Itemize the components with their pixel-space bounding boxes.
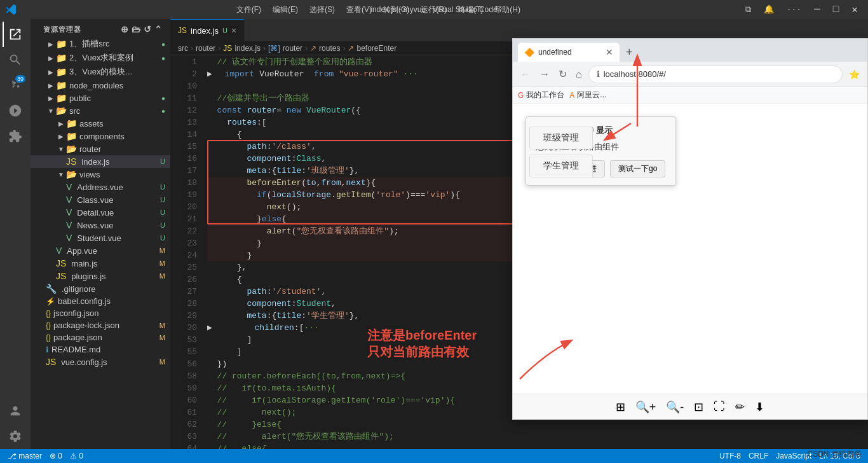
new-file-icon[interactable]: ⊕ bbox=[121, 24, 129, 34]
tab-close-button[interactable]: × bbox=[231, 25, 236, 36]
sidebar-label: .gitignore bbox=[62, 284, 170, 294]
browser-zoom-in[interactable]: 🔍+ bbox=[635, 400, 656, 414]
tab-index-js[interactable]: JS index.js U × bbox=[170, 19, 245, 41]
sidebar-item-readme[interactable]: ℹ README.md bbox=[31, 343, 170, 356]
activity-bar: 39 bbox=[0, 19, 31, 449]
minimize-button[interactable]: ─ bbox=[809, 3, 825, 17]
bookmarks-button[interactable]: ⭐ bbox=[846, 67, 862, 82]
browser-grid-icon[interactable]: ⊞ bbox=[616, 400, 625, 414]
close-button[interactable]: ✕ bbox=[846, 2, 863, 17]
modified-badge: U bbox=[160, 158, 170, 165]
url-bar[interactable]: ℹ localhost:8080/#/ bbox=[588, 66, 843, 83]
activity-search[interactable] bbox=[3, 47, 28, 73]
collapse-icon[interactable]: ⌃ bbox=[154, 24, 163, 34]
browser-download-icon[interactable]: ⬇ bbox=[755, 400, 764, 414]
sidebar-item-assets[interactable]: ▶ 📁 assets bbox=[31, 117, 170, 130]
sidebar-item-src[interactable]: ▼ 📂 src ● bbox=[31, 104, 170, 117]
bookmark-label: 阿里云... bbox=[577, 90, 606, 100]
forward-button[interactable]: → bbox=[537, 66, 552, 83]
sidebar-item-views[interactable]: ▼ 📂 views bbox=[31, 168, 170, 181]
sidebar-label: components bbox=[79, 132, 170, 141]
sidebar-item-main-js[interactable]: JS main.js M bbox=[31, 257, 170, 270]
browser-edit-icon[interactable]: ✏ bbox=[735, 400, 745, 414]
activity-account[interactable] bbox=[3, 398, 28, 424]
folder-icon: 📁 bbox=[56, 53, 67, 63]
bookmark-workspace[interactable]: G 我的工作台 bbox=[518, 90, 564, 100]
sidebar-item-node-modules[interactable]: ▶ 📁 node_modules bbox=[31, 79, 170, 92]
sidebar-item-plugins-js[interactable]: JS plugins.js M bbox=[31, 270, 170, 282]
sidebar-actions: ⊕ 🗁 ↺ ⌃ bbox=[121, 24, 163, 34]
activity-extensions[interactable] bbox=[3, 123, 28, 149]
more-icon[interactable]: ··· bbox=[782, 4, 806, 16]
sidebar-item-gitignore[interactable]: 🔧 .gitignore bbox=[31, 282, 170, 295]
notification-icon[interactable]: 🔔 bbox=[759, 3, 779, 16]
back-button[interactable]: ← bbox=[518, 66, 533, 83]
tab-file-icon: JS bbox=[178, 26, 187, 35]
activity-source-control[interactable]: 39 bbox=[3, 73, 28, 98]
sidebar-item-detail-vue[interactable]: V Detail.vue U bbox=[31, 206, 170, 219]
git-branch[interactable]: ⎇ master bbox=[8, 452, 42, 460]
refresh-icon[interactable]: ↺ bbox=[144, 24, 152, 34]
browser-tab-close[interactable]: ✕ bbox=[606, 47, 613, 57]
encoding[interactable]: UTF-8 bbox=[719, 452, 741, 460]
reload-button[interactable]: ↻ bbox=[556, 66, 569, 83]
line-numbers: 1 2 10 11 12 13 14 15 16 17 18 19 20 21 … bbox=[170, 55, 202, 449]
sidebar-item-class-vue[interactable]: V Class.vue U bbox=[31, 193, 170, 206]
bookmark-aliyun[interactable]: A 阿里云... bbox=[569, 90, 606, 100]
breadcrumb-src[interactable]: src bbox=[178, 44, 188, 53]
sidebar-item-student-vue[interactable]: V Student.vue U bbox=[31, 232, 170, 244]
layout-icon[interactable]: ⧉ bbox=[740, 4, 756, 16]
folder-open-icon: 📂 bbox=[66, 169, 77, 179]
student-management-button[interactable]: 学生管理 bbox=[529, 155, 593, 177]
breadcrumb-before-enter[interactable]: beforeEnter bbox=[356, 44, 397, 53]
breadcrumb-index-js[interactable]: index.js bbox=[234, 44, 261, 53]
sidebar-item-vuex-module[interactable]: ▶ 📁 3、Vuex的模块... bbox=[31, 65, 170, 79]
sidebar-label: vue.config.js bbox=[61, 357, 159, 367]
new-tab-button[interactable]: + bbox=[621, 46, 638, 59]
dot-badge: ● bbox=[161, 41, 170, 48]
class-management-button[interactable]: 班级管理 bbox=[529, 127, 593, 149]
arrow-icon: ▼ bbox=[56, 146, 66, 153]
sidebar-label: 1、插槽src bbox=[69, 38, 161, 50]
arrow-icon: ▶ bbox=[56, 133, 66, 140]
activity-explorer[interactable] bbox=[3, 22, 28, 47]
new-folder-icon[interactable]: 🗁 bbox=[132, 24, 141, 34]
sidebar-item-package-lock[interactable]: {} package-lock.json M bbox=[31, 319, 170, 331]
browser-zoom-out[interactable]: 🔍- bbox=[666, 400, 684, 414]
browser-fit-icon[interactable]: ⊡ bbox=[694, 400, 703, 414]
sidebar-item-babel-config[interactable]: ⚡ babel.config.js bbox=[31, 295, 170, 307]
folder-icon: 📁 bbox=[56, 80, 67, 90]
breadcrumb-router2[interactable]: router bbox=[283, 44, 302, 53]
browser-tab-undefined[interactable]: 🔶 undefined ✕ bbox=[518, 43, 620, 62]
sidebar-item-public[interactable]: ▶ 📁 public ● bbox=[31, 92, 170, 104]
sidebar-label: News.vue bbox=[77, 221, 160, 230]
sidebar-item-news-vue[interactable]: V News.vue U bbox=[31, 219, 170, 232]
sidebar-item-components[interactable]: ▶ 📁 components bbox=[31, 130, 170, 142]
vue-file-icon: V bbox=[56, 245, 62, 256]
warning-count[interactable]: ⚠ 0 bbox=[70, 452, 83, 460]
sidebar-item-vuex-case[interactable]: ▶ 📁 2、Vuex求和案例 ● bbox=[31, 51, 170, 65]
maximize-button[interactable]: □ bbox=[828, 3, 844, 17]
folder-open-icon: 📂 bbox=[66, 144, 77, 154]
sidebar-item-index-js[interactable]: JS index.js U bbox=[31, 155, 170, 168]
home-button[interactable]: ⌂ bbox=[573, 66, 585, 83]
line-ending[interactable]: CRLF bbox=[749, 452, 768, 460]
breadcrumb-router[interactable]: router bbox=[196, 44, 215, 53]
browser-fullscreen[interactable]: ⛶ bbox=[714, 400, 725, 413]
breadcrumb-routes[interactable]: routes bbox=[319, 44, 340, 53]
sidebar-item-plugins-src[interactable]: ▶ 📁 1、插槽src ● bbox=[31, 37, 170, 51]
menu-select[interactable]: 选择(S) bbox=[304, 3, 340, 17]
sidebar-item-jsconfig[interactable]: {} jsconfig.json bbox=[31, 307, 170, 319]
sidebar-item-package-json[interactable]: {} package.json M bbox=[31, 331, 170, 343]
sidebar-item-app-vue[interactable]: V App.vue M bbox=[31, 244, 170, 257]
sidebar-item-router[interactable]: ▼ 📂 router bbox=[31, 142, 170, 155]
sidebar-item-address-vue[interactable]: V Address.vue U bbox=[31, 181, 170, 193]
menu-file[interactable]: 文件(F) bbox=[231, 3, 266, 17]
menu-edit[interactable]: 编辑(E) bbox=[268, 3, 303, 17]
activity-run[interactable] bbox=[3, 98, 28, 123]
activity-settings[interactable] bbox=[3, 424, 28, 449]
sidebar-item-vue-config[interactable]: JS vue.config.js M bbox=[31, 356, 170, 368]
vscode-icon bbox=[5, 4, 17, 15]
language-mode[interactable]: JavaScript bbox=[776, 452, 811, 460]
error-count[interactable]: ⊗ 0 bbox=[50, 452, 62, 460]
